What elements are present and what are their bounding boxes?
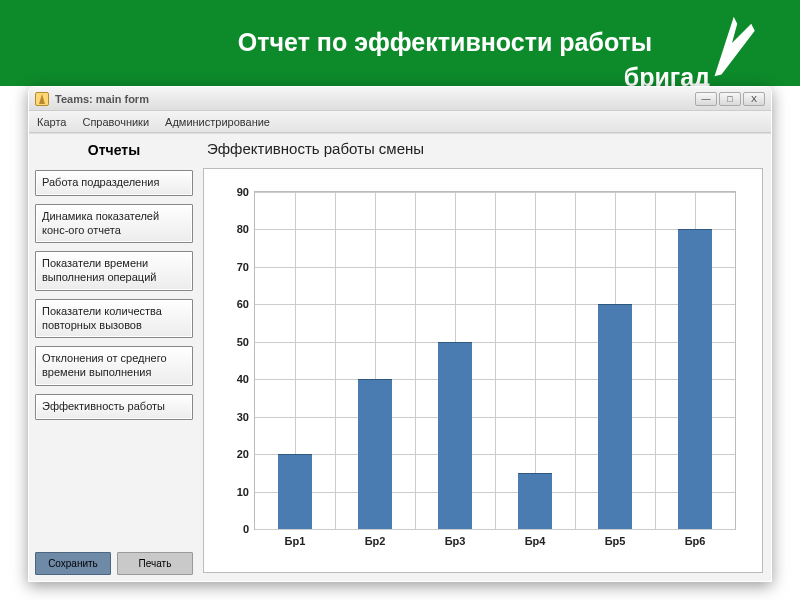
y-tick-label: 0 [243, 523, 249, 535]
chart-plot: 0102030405060708090Бр1Бр2Бр3Бр4Бр5Бр6 [254, 191, 736, 530]
banner-title: Отчет по эффективности работы [150, 28, 740, 57]
y-tick-label: 30 [237, 411, 249, 423]
y-tick-label: 60 [237, 298, 249, 310]
x-tick-label: Бр1 [285, 535, 306, 547]
gridline-v [655, 192, 656, 529]
chart-title: Эффективность работы смены [203, 138, 763, 165]
gridline-v [415, 192, 416, 529]
x-tick-label: Бр5 [605, 535, 626, 547]
x-tick-label: Бр6 [685, 535, 706, 547]
titlebar[interactable]: Teams: main form — □ X [29, 87, 771, 111]
y-tick-label: 70 [237, 261, 249, 273]
report-time-metrics[interactable]: Показатели времени выполнения операций [35, 251, 193, 291]
gridline-v [495, 192, 496, 529]
bar [358, 379, 392, 529]
reports-sidebar: Отчеты Работа подразделения Динамика пок… [35, 138, 193, 575]
report-efficiency[interactable]: Эффективность работы [35, 394, 193, 420]
bar [678, 229, 712, 529]
y-tick-label: 40 [237, 373, 249, 385]
menu-admin[interactable]: Администрирование [165, 116, 270, 128]
save-button[interactable]: Сохранить [35, 552, 111, 575]
bar [278, 454, 312, 529]
minimize-button[interactable]: — [695, 92, 717, 106]
close-button[interactable]: X [743, 92, 765, 106]
x-tick-label: Бр4 [525, 535, 546, 547]
main-content: Эффективность работы смены 0102030405060… [203, 138, 763, 573]
client-area: Отчеты Работа подразделения Динамика пок… [29, 133, 771, 581]
y-tick-label: 10 [237, 486, 249, 498]
y-tick-label: 90 [237, 186, 249, 198]
gridline-v [335, 192, 336, 529]
menubar: Карта Справочники Администрирование [29, 111, 771, 133]
y-tick-label: 80 [237, 223, 249, 235]
y-tick-label: 50 [237, 336, 249, 348]
banner-subtitle: бригад [624, 63, 710, 86]
maximize-button[interactable]: □ [719, 92, 741, 106]
report-department[interactable]: Работа подразделения [35, 170, 193, 196]
x-tick-label: Бр3 [445, 535, 466, 547]
slide-banner: Отчет по эффективности работы бригад [0, 0, 800, 86]
window-title: Teams: main form [55, 93, 149, 105]
gridline-v [575, 192, 576, 529]
app-window: Teams: main form — □ X Карта Справочники… [28, 86, 772, 582]
chart-panel: 0102030405060708090Бр1Бр2Бр3Бр4Бр5Бр6 [203, 168, 763, 573]
bar [518, 473, 552, 529]
bar [598, 304, 632, 529]
x-tick-label: Бр2 [365, 535, 386, 547]
report-repeat-calls[interactable]: Показатели количества повторных вызовов [35, 299, 193, 339]
report-deviations[interactable]: Отклонения от среднего времени выполнени… [35, 346, 193, 386]
app-icon [35, 92, 49, 106]
chart-area: 0102030405060708090Бр1Бр2Бр3Бр4Бр5Бр6 [212, 185, 744, 564]
menu-directories[interactable]: Справочники [82, 116, 149, 128]
y-tick-label: 20 [237, 448, 249, 460]
bar [438, 342, 472, 529]
sidebar-title: Отчеты [35, 138, 193, 162]
banner-leaf-logo [702, 8, 762, 78]
print-button[interactable]: Печать [117, 552, 193, 575]
menu-map[interactable]: Карта [37, 116, 66, 128]
gridline-h [255, 529, 735, 530]
report-dynamics[interactable]: Динамика показателей конс-ого отчета [35, 204, 193, 244]
